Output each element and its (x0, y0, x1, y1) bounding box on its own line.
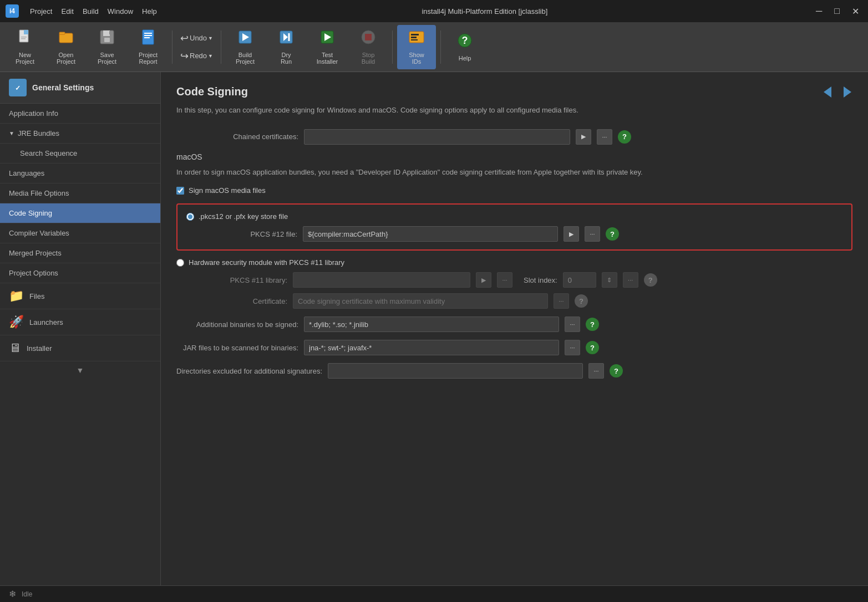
svg-rect-6 (59, 32, 65, 34)
minimize-button[interactable]: ─ (813, 6, 825, 17)
build-project-button[interactable]: BuildProject (226, 25, 265, 69)
menu-help[interactable]: Help (142, 7, 157, 16)
status-icon: ❄ (9, 589, 16, 599)
additional-binaries-label: Additional binaries to be signed: (176, 320, 298, 329)
sidebar-item-application-info[interactable]: Application Info (0, 104, 160, 124)
undo-button[interactable]: ↩ Undo ▼ (177, 31, 216, 45)
sidebar-section-installer[interactable]: 🖥 Installer (0, 335, 160, 361)
hsm-radio-row: Hardware security module with PKCS #11 l… (176, 258, 852, 267)
nav-forward-button[interactable] (839, 83, 857, 101)
chained-certs-browse-dots[interactable]: ··· (597, 129, 612, 145)
slot-index-dots[interactable]: ··· (623, 272, 638, 288)
sidebar-item-code-signing[interactable]: Code Signing (0, 203, 160, 223)
app-title: install4j Multi-Platform Edition [jclass… (168, 7, 801, 16)
svg-marker-31 (824, 86, 831, 98)
svg-rect-9 (104, 38, 110, 42)
svg-rect-5 (59, 33, 73, 43)
pkcs11-library-row: PKCS #11 library: ▶ ··· Slot index: ⇕ ··… (187, 272, 852, 288)
new-project-button[interactable]: NewProject (6, 25, 44, 69)
jar-files-dots[interactable]: ··· (565, 340, 580, 355)
menu-bar: Project Edit Build Window Help (30, 7, 157, 16)
svg-rect-12 (144, 33, 152, 34)
svg-rect-10 (109, 31, 111, 34)
sidebar-item-languages[interactable]: Languages (0, 164, 160, 183)
redo-button[interactable]: ↪ Redo ▼ (177, 49, 216, 63)
svg-rect-14 (144, 37, 150, 38)
open-project-button[interactable]: OpenProject (47, 25, 85, 69)
pkcs11-browse-dots[interactable]: ··· (497, 272, 512, 288)
nav-back-button[interactable] (818, 83, 836, 101)
directories-excluded-label: Directories excluded for additional sign… (176, 367, 322, 375)
pkcs12-radio[interactable] (186, 213, 194, 221)
certificate-input[interactable] (293, 293, 548, 309)
sidebar-item-compiler-variables[interactable]: Compiler Variables (0, 223, 160, 243)
svg-rect-8 (103, 30, 110, 36)
sidebar-item-search-sequence[interactable]: Search Sequence (0, 144, 160, 164)
jar-files-input[interactable] (304, 340, 559, 355)
stop-build-icon (360, 29, 377, 49)
test-installer-icon (319, 29, 336, 49)
sidebar-item-merged-projects[interactable]: Merged Projects (0, 243, 160, 263)
sidebar-item-media-file-options[interactable]: Media File Options (0, 183, 160, 203)
show-ids-button[interactable]: ShowIDs (397, 25, 436, 69)
menu-window[interactable]: Window (108, 7, 133, 16)
main-layout: ✓ General Settings Application Info ▼ JR… (0, 72, 868, 585)
stop-build-button[interactable]: StopBuild (349, 25, 388, 69)
pkcs11-library-input[interactable] (293, 272, 470, 288)
launchers-label: Launchers (29, 318, 63, 326)
chained-certs-help[interactable]: ? (618, 130, 631, 144)
menu-edit[interactable]: Edit (61, 7, 73, 16)
menu-project[interactable]: Project (30, 7, 52, 16)
sidebar-section-launchers[interactable]: 🚀 Launchers (0, 309, 160, 335)
jar-files-help[interactable]: ? (586, 341, 599, 354)
additional-binaries-dots[interactable]: ··· (565, 317, 580, 332)
slot-index-input[interactable] (563, 272, 596, 288)
maximize-button[interactable]: □ (831, 6, 843, 17)
test-installer-button[interactable]: TestInstaller (308, 25, 347, 69)
chained-certs-input[interactable] (304, 129, 570, 145)
sidebar-item-jre-bundles[interactable]: ▼ JRE Bundles (0, 124, 160, 144)
svg-marker-32 (844, 86, 851, 98)
save-project-button[interactable]: SaveProject (88, 25, 126, 69)
project-report-button[interactable]: ProjectReport (129, 25, 167, 69)
files-label: Files (29, 292, 44, 300)
svg-rect-23 (365, 34, 372, 40)
directories-excluded-input[interactable] (328, 363, 583, 379)
project-options-label: Project Options (9, 269, 58, 277)
help-button[interactable]: ? Help (445, 25, 484, 69)
sidebar-general-settings[interactable]: ✓ General Settings (0, 72, 160, 104)
pkcs12-file-input[interactable] (303, 226, 558, 242)
save-project-label: SaveProject (98, 52, 116, 65)
pkcs12-help[interactable]: ? (606, 227, 619, 241)
menu-build[interactable]: Build (83, 7, 99, 16)
additional-binaries-help[interactable]: ? (586, 318, 599, 331)
pkcs11-library-help: ? (644, 273, 657, 287)
files-icon: 📁 (9, 289, 24, 303)
dry-run-button[interactable]: DryRun (267, 25, 306, 69)
additional-binaries-input[interactable] (304, 317, 559, 332)
redo-label: Redo (190, 52, 207, 60)
pkcs12-browse-dots[interactable]: ··· (585, 226, 600, 242)
sidebar-item-project-options[interactable]: Project Options (0, 263, 160, 283)
slot-index-up-down[interactable]: ⇕ (602, 272, 617, 288)
sign-macos-checkbox[interactable] (176, 187, 184, 195)
build-project-icon (237, 29, 253, 49)
svg-rect-26 (411, 37, 417, 38)
sidebar-more-icon: ▼ (77, 366, 84, 375)
jre-bundles-arrow: ▼ (9, 130, 14, 136)
redo-dropdown-icon[interactable]: ▼ (208, 53, 213, 59)
close-button[interactable]: ✕ (849, 6, 862, 17)
chained-certs-row: Chained certificates: ▶ ··· ? (176, 129, 852, 145)
separator-2 (221, 30, 221, 64)
undo-dropdown-icon[interactable]: ▼ (208, 35, 213, 41)
sidebar-more-button[interactable]: ▼ (0, 361, 160, 379)
chained-certs-browse-arrow[interactable]: ▶ (576, 129, 591, 145)
svg-rect-25 (411, 34, 419, 35)
certificate-dots[interactable]: ··· (554, 293, 569, 309)
directories-excluded-dots[interactable]: ··· (588, 363, 604, 379)
sidebar-section-files[interactable]: 📁 Files (0, 283, 160, 309)
directories-excluded-help[interactable]: ? (610, 364, 623, 377)
hsm-radio[interactable] (176, 259, 184, 267)
pkcs11-browse-arrow[interactable]: ▶ (476, 272, 491, 288)
pkcs12-browse-arrow[interactable]: ▶ (564, 226, 579, 242)
